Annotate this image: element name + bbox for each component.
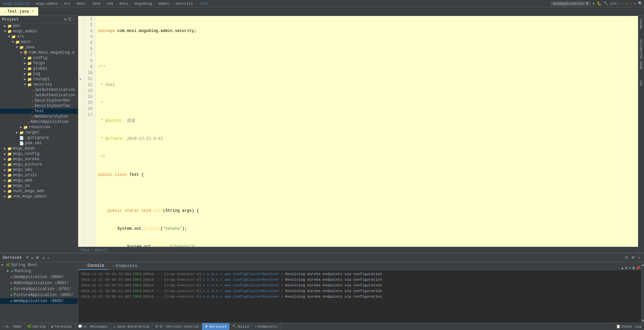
project-tab-java[interactable]: java bbox=[90, 2, 103, 6]
editor-tab-test[interactable]: ☕ Test.java × bbox=[0, 7, 38, 16]
tree-item-test[interactable]: ☕ Test bbox=[0, 109, 78, 114]
project-tab-mogublog[interactable]: mogublog bbox=[132, 2, 154, 6]
status-item-terminal[interactable]: ▶ Terminal bbox=[49, 323, 75, 330]
maven-panel-label[interactable]: Maven bbox=[639, 17, 644, 30]
service-item-picture[interactable]: ▶ PictureApplication :8602/ bbox=[0, 292, 78, 298]
services-add-button[interactable]: + bbox=[46, 255, 50, 260]
console-right-scroll-down[interactable]: ▼ bbox=[641, 319, 644, 323]
tree-item-nuxt[interactable]: ▶ 📁 nuxt_mogu_web bbox=[0, 188, 78, 194]
console-tab[interactable]: ⬛ Console bbox=[78, 262, 108, 270]
tree-item-vue-admin[interactable]: ▶ 📁 vue_mogu_admin bbox=[0, 194, 78, 199]
services-filter-button[interactable]: ⊿ bbox=[41, 255, 46, 260]
project-tab-test[interactable]: Test bbox=[197, 2, 210, 6]
service-item-spring-boot[interactable]: ▼ 🌿 Spring Boot bbox=[0, 262, 78, 268]
status-item-event-log[interactable]: 📋 Event Log bbox=[613, 324, 644, 329]
tree-item-main[interactable]: ▼ 📁 main bbox=[0, 39, 78, 45]
services-expand-button[interactable]: ⊞ bbox=[35, 255, 40, 260]
service-item-eureka[interactable]: ▶ EurekaApplication :8761/ bbox=[0, 286, 78, 292]
console-clear[interactable]: 🗑 bbox=[632, 266, 635, 270]
settings-icon[interactable]: ⚙ bbox=[64, 17, 67, 22]
git-check[interactable]: ✓ bbox=[621, 1, 624, 6]
tree-item-mogu-web[interactable]: ▶ 📁 mogu_web bbox=[0, 178, 78, 183]
tree-item-src[interactable]: ▼ 📁 src bbox=[0, 34, 78, 39]
project-tab-main[interactable]: main bbox=[75, 2, 88, 6]
tree-item-target[interactable]: ▶ 📁 target bbox=[0, 130, 78, 135]
tree-item-feign[interactable]: ▶ 📁 feign bbox=[0, 61, 78, 66]
endpoints-tab[interactable]: ⚡ Endpoints bbox=[108, 262, 141, 270]
service-item-running[interactable]: ▼ ▶ Running bbox=[0, 268, 78, 274]
layout-icon[interactable]: ☰ bbox=[68, 17, 72, 22]
breadcrumb-test[interactable]: Test bbox=[81, 248, 90, 252]
services-settings-button[interactable]: ⚙ bbox=[630, 255, 636, 260]
debug-button[interactable]: 🐛 bbox=[597, 1, 602, 6]
tree-item-doc[interactable]: ▶ 📁 doc bbox=[0, 23, 78, 29]
project-tab-src[interactable]: src bbox=[62, 2, 73, 6]
git-error[interactable]: ✗ bbox=[630, 1, 632, 6]
build-button[interactable]: 🔨 bbox=[604, 1, 608, 6]
git-undo[interactable]: ↩ bbox=[634, 1, 636, 6]
tree-item-mogu-utils[interactable]: ▶ 📁 mogu_utils bbox=[0, 172, 78, 178]
folder-icon: 📁 bbox=[7, 24, 12, 28]
bean-validation-label[interactable]: Bean Validation bbox=[639, 38, 644, 71]
tree-item-security[interactable]: ▼ 📁 security bbox=[0, 82, 78, 87]
tree-item-mogu-eureka[interactable]: ▶ 📁 mogu_eureka bbox=[0, 157, 78, 162]
tree-item-mogu-base[interactable]: ▶ 📁 mogu_base bbox=[0, 146, 78, 151]
project-tab-com[interactable]: com bbox=[105, 2, 115, 6]
console-scroll-up[interactable]: ▲ bbox=[621, 266, 624, 270]
project-tab-mogu-admin[interactable]: mogu_admin bbox=[34, 2, 60, 6]
status-item-services[interactable]: ⑧ Services bbox=[202, 323, 230, 330]
service-item-admin[interactable]: ▶ AdminApplication :8601/ bbox=[0, 280, 78, 286]
tree-item-global[interactable]: ▶ 📁 global bbox=[0, 66, 78, 71]
services-close-button[interactable]: × bbox=[637, 255, 641, 260]
console-pin[interactable]: 📌 bbox=[636, 266, 640, 270]
run-config-selector[interactable]: WebApplication ▼ bbox=[550, 1, 591, 6]
project-tab-moxi[interactable]: moxi bbox=[117, 2, 130, 6]
status-item-java-enterprise[interactable]: ☕ Java Enterprise bbox=[111, 323, 153, 330]
tree-item-gitignore[interactable]: 📄 .gitignore bbox=[0, 135, 78, 141]
services-collapse-button[interactable]: ≡ bbox=[30, 255, 34, 260]
console-scroll-down[interactable]: ▼ bbox=[625, 266, 628, 270]
status-item-endpoints[interactable]: ⚡ Endpoints bbox=[252, 323, 281, 330]
tree-item-log[interactable]: ▶ 📁 log bbox=[0, 71, 78, 77]
console-right-scroll-up[interactable]: ▲ bbox=[641, 263, 644, 267]
tree-item-jwt1[interactable]: ☕ JwtAuthentication bbox=[0, 87, 78, 93]
tree-item-mogu-picture[interactable]: ▶ 📁 mogu_picture bbox=[0, 162, 78, 167]
tree-item-admin-app[interactable]: ☕ AdminApplication bbox=[0, 119, 78, 125]
tree-item-mogu-admin[interactable]: ▼ 📁 mogu_admin bbox=[0, 29, 78, 34]
tree-item-security-user-det[interactable]: ☕ SecurityUserDet bbox=[0, 98, 78, 103]
status-item-build[interactable]: 🔨 Build bbox=[230, 323, 252, 330]
breadcrumb-main[interactable]: main() bbox=[95, 248, 108, 252]
services-restore-button[interactable]: ⊡ bbox=[624, 255, 629, 260]
service-item-web[interactable]: ▶ WebApplication :8603/ bbox=[0, 298, 78, 304]
run-button[interactable]: ▶ bbox=[593, 1, 595, 6]
status-item-version-control[interactable]: ⑨ 9: Version Control bbox=[152, 323, 202, 330]
tree-item-security-user-fac[interactable]: ☕ SecurityUserFac bbox=[0, 103, 78, 109]
search-button[interactable]: 🔍 bbox=[638, 1, 643, 6]
tree-item-websecurity[interactable]: ☕ WebSecurityCon bbox=[0, 114, 78, 119]
status-item-messages[interactable]: 💬 4: Messages bbox=[75, 323, 111, 330]
tree-item-mogu-config[interactable]: ▶ 📁 mogu_config bbox=[0, 151, 78, 157]
services-refresh-button[interactable]: ↺ bbox=[25, 255, 30, 260]
tree-item-restapi[interactable]: ▶ 📁 restapi bbox=[0, 77, 78, 82]
project-tab-mogu-blog[interactable]: mogu_blog_v2 bbox=[1, 2, 32, 6]
tree-item-mogu-sms[interactable]: ▶ 📁 mogu_sms bbox=[0, 167, 78, 172]
folder-icon: 📁 bbox=[7, 163, 12, 167]
service-item-sms[interactable]: ■ SmsApplication :8604/ bbox=[0, 274, 78, 280]
git-warn[interactable]: ⚠ bbox=[625, 1, 628, 6]
folder-icon: 📁 bbox=[7, 157, 12, 162]
status-item-todo[interactable]: ✓ 6: TODO bbox=[0, 323, 24, 330]
tree-item-package[interactable]: ▼ 📦 com.moxi.mogublog.a bbox=[0, 50, 78, 55]
code-content[interactable]: package com.moxi.mogublog.admin.security… bbox=[96, 16, 638, 247]
status-item-spring[interactable]: 🌿 Spring bbox=[24, 323, 49, 330]
project-tab-security[interactable]: security bbox=[173, 2, 195, 6]
tree-item-config[interactable]: ▶ 📁 config bbox=[0, 55, 78, 61]
ant-label[interactable]: Ant bbox=[639, 79, 644, 87]
console-wrap[interactable]: ↵ bbox=[629, 266, 631, 270]
tree-item-mogu-xo[interactable]: ▶ 📁 mogu_xo bbox=[0, 183, 78, 188]
tree-item-pom[interactable]: 📄 pom.xml bbox=[0, 141, 78, 146]
tree-item-jwt2[interactable]: ☕ JwtAuthentication bbox=[0, 93, 78, 98]
minimize-icon[interactable]: − bbox=[73, 17, 75, 22]
project-tab-admin[interactable]: admin bbox=[156, 2, 171, 6]
tree-item-resources[interactable]: ▶ 📁 resources bbox=[0, 125, 78, 130]
tree-item-java[interactable]: ▼ 📁 java bbox=[0, 45, 78, 50]
